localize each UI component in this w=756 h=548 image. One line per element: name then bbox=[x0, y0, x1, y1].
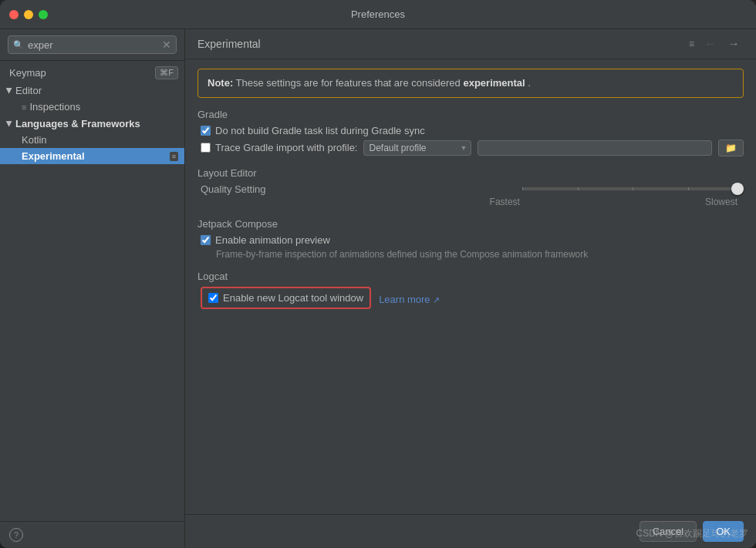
slider-bar bbox=[522, 187, 744, 190]
layout-editor-section-title: Layout Editor bbox=[197, 167, 744, 179]
slider-ticks bbox=[522, 187, 744, 190]
sidebar-item-languages[interactable]: ▶ Languages & Frameworks bbox=[0, 115, 184, 132]
content-header: Experimental ≡ ← → bbox=[185, 29, 756, 59]
note-prefix: Note: bbox=[208, 77, 233, 89]
gradle-checkbox1-row: Do not build Gradle task list during Gra… bbox=[201, 125, 744, 136]
quality-fastest-label bbox=[201, 197, 490, 207]
enable-animation-label: Enable animation preview bbox=[215, 234, 330, 246]
profile-select-wrap: Default profile ▼ bbox=[363, 140, 471, 156]
quality-fastest-text: Fastest bbox=[490, 197, 520, 207]
sidebar-item-kotlin[interactable]: Kotlin bbox=[0, 132, 184, 148]
keymap-shortcut: ⌘F bbox=[155, 66, 178, 79]
trace-checkbox-row: Trace Gradle import with profile: bbox=[201, 142, 357, 153]
logcat-highlight-box: Enable new Logcat tool window bbox=[201, 287, 371, 309]
sidebar-item-experimental[interactable]: Experimental ≡ bbox=[0, 148, 184, 164]
enable-animation-checkbox[interactable] bbox=[201, 235, 211, 245]
jetpack-compose-section: Enable animation preview Frame-by-frame … bbox=[197, 234, 744, 260]
editor-triangle-icon: ▶ bbox=[5, 88, 14, 94]
sidebar-tree: Keymap ⌘F ▶ Editor ≡ Inspections ▶ Langu… bbox=[0, 61, 184, 521]
sidebar-item-editor[interactable]: ▶ Editor bbox=[0, 82, 184, 99]
profile-path-input[interactable] bbox=[478, 140, 712, 156]
search-input[interactable] bbox=[28, 39, 143, 51]
titlebar: Preferences bbox=[0, 0, 756, 29]
note-suffix: . bbox=[528, 77, 531, 89]
languages-triangle-icon: ▶ bbox=[5, 121, 14, 127]
logcat-row: Enable new Logcat tool window Learn more… bbox=[201, 287, 744, 312]
content-title: Experimental bbox=[197, 38, 683, 50]
nav-arrows: ← → bbox=[700, 35, 744, 52]
quality-slowest-text: Slowest bbox=[705, 197, 737, 207]
gradle-section-title: Gradle bbox=[197, 109, 744, 120]
learn-more-link[interactable]: Learn more ↗ bbox=[379, 294, 440, 305]
quality-setting-label: Quality Setting bbox=[201, 183, 293, 195]
enable-logcat-label: Enable new Logcat tool window bbox=[223, 292, 363, 304]
search-clear-icon[interactable]: ✕ bbox=[162, 39, 171, 51]
minimize-button[interactable] bbox=[24, 10, 33, 19]
quality-labels-row: Fastest Slowest bbox=[201, 197, 744, 207]
note-text: These settings are for features that are… bbox=[236, 77, 464, 89]
content-area: Experimental ≡ ← → Note: These settings … bbox=[185, 29, 756, 548]
note-banner: Note: These settings are for features th… bbox=[197, 69, 744, 98]
maximize-button[interactable] bbox=[39, 10, 48, 19]
profile-select[interactable]: Default profile bbox=[363, 140, 471, 156]
logcat-section-title: Logcat bbox=[197, 271, 744, 282]
gradle-checkbox1[interactable] bbox=[201, 126, 211, 136]
quality-setting-row: Quality Setting bbox=[201, 183, 744, 195]
layout-editor-section: Quality Setting bbox=[197, 183, 744, 207]
sidebar: 🔍 ✕ Keymap ⌘F ▶ Editor ≡ bbox=[0, 29, 185, 548]
sidebar-bottom: ? bbox=[0, 521, 184, 548]
close-button[interactable] bbox=[9, 10, 19, 19]
sidebar-item-inspections[interactable]: ≡ Inspections bbox=[0, 99, 184, 115]
enable-logcat-checkbox[interactable] bbox=[208, 293, 218, 303]
browse-folder-button[interactable]: 📁 bbox=[718, 140, 744, 156]
traffic-lights bbox=[9, 10, 48, 19]
inspections-icon: ≡ bbox=[22, 103, 26, 112]
watermark: CSDN @喜欢踢足球的老罗 bbox=[636, 527, 748, 540]
gradle-section: Do not build Gradle task list during Gra… bbox=[197, 125, 744, 156]
note-bold-word: experimental bbox=[463, 77, 525, 89]
jetpack-compose-section-title: Jetpack Compose bbox=[197, 218, 744, 230]
quality-slider-thumb bbox=[731, 183, 744, 195]
help-button[interactable]: ? bbox=[9, 528, 23, 542]
search-icon: 🔍 bbox=[13, 40, 24, 50]
gradle-checkbox2-label: Trace Gradle import with profile: bbox=[215, 142, 357, 153]
animation-preview-row: Enable animation preview bbox=[201, 234, 744, 246]
search-box: 🔍 ✕ bbox=[8, 35, 177, 54]
nav-forward-button[interactable]: → bbox=[724, 35, 744, 52]
search-container: 🔍 ✕ bbox=[0, 29, 184, 61]
content-body: Note: These settings are for features th… bbox=[185, 59, 756, 514]
sidebar-item-keymap[interactable]: Keymap ⌘F bbox=[0, 64, 184, 82]
learn-more-arrow-icon: ↗ bbox=[433, 295, 440, 304]
content-section-icon: ≡ bbox=[689, 39, 694, 49]
quality-slider-track bbox=[522, 187, 744, 190]
trace-row: Trace Gradle import with profile: Defaul… bbox=[201, 140, 744, 156]
gradle-checkbox2[interactable] bbox=[201, 143, 211, 153]
nav-back-button[interactable]: ← bbox=[700, 35, 721, 52]
quality-slider-row bbox=[293, 187, 744, 190]
window-title: Preferences bbox=[351, 8, 405, 20]
animation-sub-text: Frame-by-frame inspection of animations … bbox=[216, 249, 744, 260]
experimental-badge-icon: ≡ bbox=[170, 152, 178, 161]
gradle-checkbox1-label: Do not build Gradle task list during Gra… bbox=[215, 125, 425, 136]
logcat-section: Enable new Logcat tool window Learn more… bbox=[197, 287, 744, 312]
